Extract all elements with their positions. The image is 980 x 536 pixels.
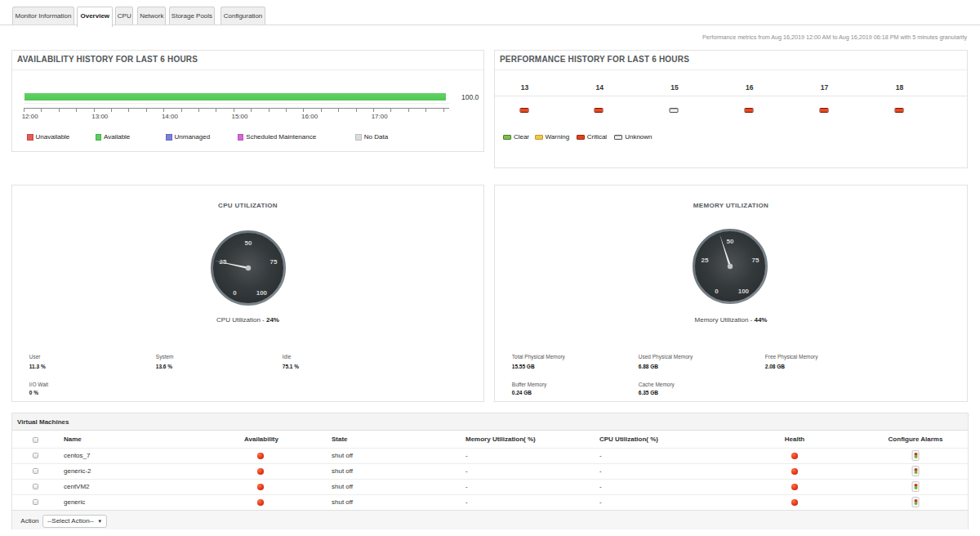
svg-text:50: 50 — [244, 239, 252, 247]
svg-text:25: 25 — [219, 258, 226, 266]
svg-text:50: 50 — [726, 238, 733, 245]
svg-text:75: 75 — [270, 258, 277, 266]
svg-text:25: 25 — [701, 257, 708, 264]
svg-text:75: 75 — [751, 257, 759, 264]
svg-text:100: 100 — [737, 288, 749, 295]
svg-text:0: 0 — [233, 289, 237, 297]
svg-text:100: 100 — [256, 289, 267, 297]
svg-text:0: 0 — [715, 288, 719, 295]
